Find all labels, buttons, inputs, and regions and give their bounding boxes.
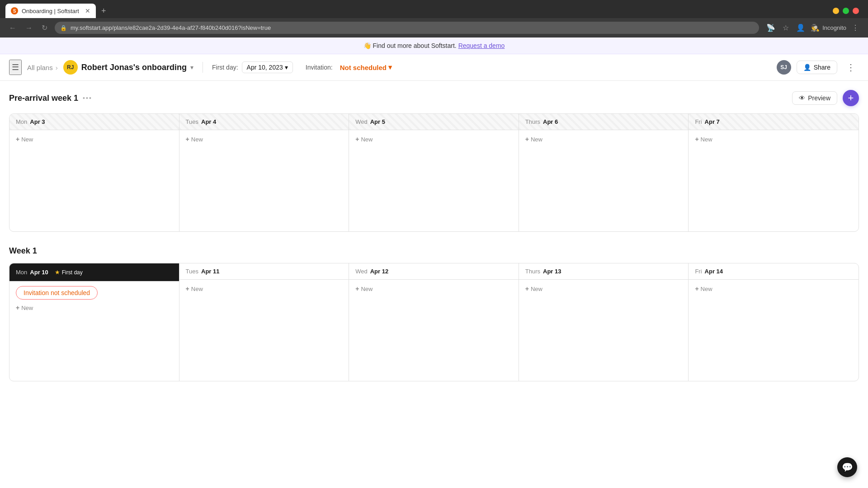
- header-right: SJ 👤 Share ⋮: [777, 60, 859, 75]
- profile-icon[interactable]: 👤: [794, 22, 807, 34]
- cal-col-tues-apr4: Tues Apr 4 + New: [179, 114, 349, 231]
- new-tab-button[interactable]: +: [98, 5, 110, 18]
- new-item-button[interactable]: + New: [186, 135, 343, 144]
- add-button[interactable]: +: [843, 90, 859, 106]
- cal-col-fri-apr7: Fri Apr 7 + New: [689, 114, 859, 231]
- chat-bubble-button[interactable]: 💬: [837, 457, 857, 477]
- new-label: New: [191, 286, 203, 292]
- new-item-button[interactable]: + New: [695, 135, 852, 144]
- plus-icon: +: [355, 285, 359, 292]
- plus-icon: +: [355, 136, 359, 143]
- cal-col-wed-apr12: Wed Apr 12 + New: [349, 263, 519, 381]
- week1-title-row: Week 1: [9, 246, 37, 256]
- week1-section-header: Week 1: [9, 246, 859, 256]
- cal-date: Apr 10: [30, 269, 48, 276]
- first-day-label: First day:: [212, 64, 238, 71]
- first-day-value[interactable]: Apr 10, 2023 ▾: [242, 61, 293, 73]
- all-plans-link[interactable]: All plans: [27, 64, 53, 71]
- day-name: Thurs: [525, 268, 540, 275]
- cal-header-tues-apr11: Tues Apr 11: [179, 263, 349, 280]
- invitation-card-label: Invitation not scheduled: [24, 289, 90, 296]
- cal-header-wed-apr5: Wed Apr 5: [349, 114, 519, 130]
- address-bar: ← → ↻ 🔒 my.softstart.app/plans/e82cae2a-…: [0, 18, 868, 38]
- url-text: my.softstart.app/plans/e82cae2a-2d39-4e4…: [71, 24, 271, 31]
- new-item-button[interactable]: + New: [525, 135, 682, 144]
- active-tab[interactable]: S Onboarding | Softstart ✕: [5, 4, 96, 18]
- plan-title-chevron-icon[interactable]: ▾: [190, 64, 193, 71]
- promo-link[interactable]: Request a demo: [458, 42, 505, 49]
- day-name: Tues: [186, 268, 198, 275]
- main-content: Pre-arrival week 1 ••• 👁 Preview + Mon A…: [0, 81, 868, 488]
- new-item-button[interactable]: + New: [695, 284, 852, 293]
- cal-col-wed-apr5: Wed Apr 5 + New: [349, 114, 519, 231]
- cal-body-tues-apr4: + New: [179, 130, 349, 231]
- reload-button[interactable]: ↻: [40, 22, 49, 34]
- cal-date: Apr 13: [543, 268, 561, 275]
- hamburger-button[interactable]: ☰: [9, 60, 22, 75]
- new-item-button[interactable]: + New: [186, 284, 343, 293]
- cal-body-wed-apr12: + New: [349, 280, 519, 381]
- cal-col-tues-apr11: Tues Apr 11 + New: [179, 263, 349, 381]
- pre-arrival-title: Pre-arrival week 1: [9, 94, 78, 103]
- menu-icon[interactable]: ⋮: [850, 22, 861, 34]
- cal-col-thurs-apr6: Thurs Apr 6 + New: [519, 114, 689, 231]
- breadcrumb: All plans ›: [27, 64, 58, 71]
- plus-icon: +: [695, 285, 698, 292]
- preview-button[interactable]: 👁 Preview: [792, 91, 837, 105]
- star-icon: ★: [55, 269, 60, 276]
- new-item-button[interactable]: + New: [525, 284, 682, 293]
- cal-date: Apr 7: [705, 118, 720, 125]
- cal-body-mon-apr3: + New: [9, 130, 179, 231]
- cal-body-thurs-apr6: + New: [519, 130, 689, 231]
- cal-col-fri-apr14: Fri Apr 14 + New: [689, 263, 859, 381]
- forward-button[interactable]: →: [24, 22, 34, 34]
- week1-title: Week 1: [9, 246, 37, 256]
- cal-date: Apr 6: [543, 118, 558, 125]
- url-input[interactable]: 🔒 my.softstart.app/plans/e82cae2a-2d39-4…: [55, 22, 759, 34]
- new-item-button[interactable]: + New: [16, 135, 173, 144]
- cal-date: Apr 12: [370, 268, 388, 275]
- preview-icon: 👁: [799, 94, 805, 102]
- not-scheduled-chevron-icon: ▾: [388, 63, 392, 71]
- window-controls: [833, 8, 863, 14]
- plus-icon: +: [525, 136, 529, 143]
- incognito-label: Incognito: [822, 24, 846, 31]
- invitation-not-scheduled-card[interactable]: Invitation not scheduled: [16, 286, 98, 300]
- bookmark-icon[interactable]: ☆: [781, 22, 791, 34]
- cal-col-mon-apr10: Mon Apr 10 ★ First day Invitation not sc…: [9, 263, 179, 381]
- more-options-button[interactable]: ⋮: [843, 60, 859, 75]
- minimize-button[interactable]: [833, 8, 839, 14]
- first-day-chevron-icon: ▾: [285, 64, 288, 71]
- tab-favicon: S: [11, 7, 18, 14]
- close-tab-icon[interactable]: ✕: [85, 7, 90, 14]
- cal-header-fri-apr14: Fri Apr 14: [689, 263, 859, 280]
- section-options-button[interactable]: •••: [83, 94, 92, 102]
- share-button[interactable]: 👤 Share: [797, 61, 837, 74]
- promo-banner: 👋 Find out more about Softstart. Request…: [0, 38, 868, 54]
- day-name: Tues: [186, 118, 198, 125]
- cal-body-tues-apr11: + New: [179, 280, 349, 381]
- new-item-button[interactable]: + New: [355, 284, 512, 293]
- invitation-label: Invitation:: [306, 64, 333, 71]
- tab-bar: S Onboarding | Softstart ✕ +: [0, 0, 868, 18]
- pre-arrival-section: Pre-arrival week 1 ••• 👁 Preview + Mon A…: [9, 90, 859, 232]
- plus-icon: +: [16, 136, 19, 143]
- close-button[interactable]: [853, 8, 859, 14]
- day-name: Fri: [695, 268, 702, 275]
- new-label: New: [701, 286, 712, 292]
- header-divider: [203, 62, 203, 73]
- cast-icon[interactable]: 📡: [764, 22, 777, 34]
- new-item-button[interactable]: + New: [355, 135, 512, 144]
- day-name: Fri: [695, 118, 702, 125]
- section-title-row: Pre-arrival week 1 •••: [9, 94, 92, 103]
- not-scheduled-button[interactable]: Not scheduled ▾: [336, 61, 396, 73]
- back-button[interactable]: ←: [7, 22, 18, 34]
- first-day-date: Apr 10, 2023: [247, 64, 283, 71]
- browser-chrome: S Onboarding | Softstart ✕ + ← → ↻ 🔒 my.…: [0, 0, 868, 38]
- cal-col-thurs-apr13: Thurs Apr 13 + New: [519, 263, 689, 381]
- cal-col-mon-apr3: Mon Apr 3 + New: [9, 114, 179, 231]
- plan-avatar: RJ: [63, 60, 78, 75]
- maximize-button[interactable]: [843, 8, 849, 14]
- new-item-button[interactable]: + New: [16, 303, 173, 312]
- plus-icon: +: [16, 304, 19, 311]
